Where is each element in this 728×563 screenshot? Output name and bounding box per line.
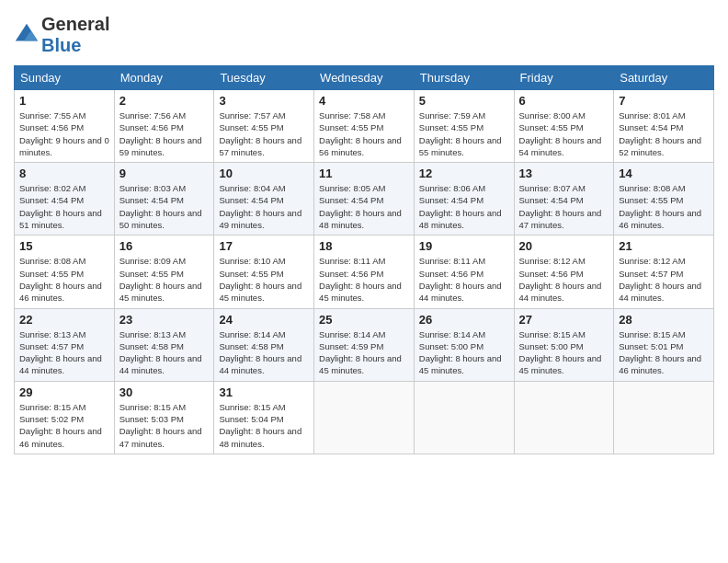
- calendar-week-row: 22Sunrise: 8:13 AMSunset: 4:57 PMDayligh…: [15, 308, 714, 381]
- day-of-week-header: Monday: [114, 66, 214, 90]
- calendar-day-cell: [514, 381, 614, 454]
- day-info: Sunrise: 8:15 AMSunset: 5:03 PMDaylight:…: [119, 401, 210, 450]
- day-number: 5: [419, 94, 509, 108]
- day-info: Sunrise: 8:14 AMSunset: 4:59 PMDaylight:…: [319, 328, 409, 377]
- calendar-week-row: 8Sunrise: 8:02 AMSunset: 4:54 PMDaylight…: [15, 163, 714, 236]
- day-number: 20: [519, 239, 609, 253]
- day-info: Sunrise: 8:11 AMSunset: 4:56 PMDaylight:…: [319, 255, 409, 304]
- calendar-day-cell: 10Sunrise: 8:04 AMSunset: 4:54 PMDayligh…: [214, 163, 314, 236]
- day-info: Sunrise: 8:15 AMSunset: 5:01 PMDaylight:…: [619, 328, 709, 377]
- calendar-day-cell: 12Sunrise: 8:06 AMSunset: 4:54 PMDayligh…: [414, 163, 514, 236]
- day-number: 31: [219, 385, 309, 399]
- day-info: Sunrise: 8:01 AMSunset: 4:54 PMDaylight:…: [619, 109, 709, 158]
- calendar-day-cell: 22Sunrise: 8:13 AMSunset: 4:57 PMDayligh…: [15, 308, 115, 381]
- day-info: Sunrise: 8:10 AMSunset: 4:55 PMDaylight:…: [219, 255, 309, 304]
- day-info: Sunrise: 8:13 AMSunset: 4:57 PMDaylight:…: [19, 328, 109, 377]
- day-info: Sunrise: 8:12 AMSunset: 4:57 PMDaylight:…: [619, 255, 709, 304]
- day-number: 29: [19, 385, 109, 399]
- day-number: 21: [619, 239, 709, 253]
- day-info: Sunrise: 8:14 AMSunset: 5:00 PMDaylight:…: [419, 328, 509, 377]
- day-number: 8: [19, 167, 109, 180]
- day-info: Sunrise: 8:03 AMSunset: 4:54 PMDaylight:…: [119, 182, 210, 231]
- calendar-day-cell: 1Sunrise: 7:55 AMSunset: 4:56 PMDaylight…: [15, 90, 115, 163]
- day-info: Sunrise: 8:14 AMSunset: 4:58 PMDaylight:…: [219, 328, 309, 377]
- calendar-day-cell: 14Sunrise: 8:08 AMSunset: 4:55 PMDayligh…: [614, 163, 714, 236]
- day-info: Sunrise: 7:58 AMSunset: 4:55 PMDaylight:…: [319, 109, 409, 158]
- day-number: 22: [19, 313, 109, 327]
- day-info: Sunrise: 8:12 AMSunset: 4:56 PMDaylight:…: [519, 255, 609, 304]
- day-info: Sunrise: 8:05 AMSunset: 4:54 PMDaylight:…: [319, 182, 409, 231]
- day-of-week-header: Thursday: [414, 66, 514, 90]
- calendar-day-cell: 24Sunrise: 8:14 AMSunset: 4:58 PMDayligh…: [214, 308, 314, 381]
- day-number: 25: [319, 313, 409, 327]
- day-number: 27: [519, 313, 609, 327]
- calendar-day-cell: 25Sunrise: 8:14 AMSunset: 4:59 PMDayligh…: [314, 308, 415, 381]
- calendar-day-cell: 5Sunrise: 7:59 AMSunset: 4:55 PMDaylight…: [414, 90, 514, 163]
- day-number: 7: [619, 94, 709, 108]
- day-of-week-header: Saturday: [614, 66, 714, 90]
- day-info: Sunrise: 7:57 AMSunset: 4:55 PMDaylight:…: [219, 109, 309, 158]
- logo: General Blue: [14, 14, 109, 56]
- logo-text: General Blue: [41, 14, 109, 56]
- calendar-week-row: 15Sunrise: 8:08 AMSunset: 4:55 PMDayligh…: [15, 236, 714, 308]
- calendar-day-cell: 31Sunrise: 8:15 AMSunset: 5:04 PMDayligh…: [214, 381, 314, 454]
- day-number: 11: [319, 167, 409, 180]
- day-info: Sunrise: 8:00 AMSunset: 4:55 PMDaylight:…: [519, 109, 609, 158]
- day-info: Sunrise: 8:15 AMSunset: 5:02 PMDaylight:…: [19, 401, 109, 450]
- day-number: 28: [619, 313, 709, 327]
- calendar-day-cell: 23Sunrise: 8:13 AMSunset: 4:58 PMDayligh…: [114, 308, 214, 381]
- day-info: Sunrise: 7:56 AMSunset: 4:56 PMDaylight:…: [119, 109, 210, 158]
- day-number: 15: [19, 239, 109, 253]
- calendar-day-cell: 21Sunrise: 8:12 AMSunset: 4:57 PMDayligh…: [614, 236, 714, 308]
- day-number: 30: [119, 385, 210, 399]
- calendar: SundayMondayTuesdayWednesdayThursdayFrid…: [14, 65, 714, 454]
- calendar-day-cell: 4Sunrise: 7:58 AMSunset: 4:55 PMDaylight…: [314, 90, 415, 163]
- day-info: Sunrise: 8:15 AMSunset: 5:00 PMDaylight:…: [519, 328, 609, 377]
- calendar-day-cell: [314, 381, 415, 454]
- calendar-day-cell: 30Sunrise: 8:15 AMSunset: 5:03 PMDayligh…: [114, 381, 214, 454]
- day-of-week-header: Friday: [514, 66, 614, 90]
- day-info: Sunrise: 8:09 AMSunset: 4:55 PMDaylight:…: [119, 255, 210, 304]
- day-of-week-header: Tuesday: [214, 66, 314, 90]
- day-number: 26: [419, 313, 509, 327]
- day-number: 14: [619, 167, 709, 180]
- day-number: 23: [119, 313, 210, 327]
- day-info: Sunrise: 8:02 AMSunset: 4:54 PMDaylight:…: [19, 182, 109, 231]
- calendar-day-cell: [414, 381, 514, 454]
- day-info: Sunrise: 8:08 AMSunset: 4:55 PMDaylight:…: [619, 182, 709, 231]
- day-number: 4: [319, 94, 409, 108]
- day-number: 9: [119, 167, 210, 180]
- day-info: Sunrise: 8:06 AMSunset: 4:54 PMDaylight:…: [419, 182, 509, 231]
- calendar-day-cell: 19Sunrise: 8:11 AMSunset: 4:56 PMDayligh…: [414, 236, 514, 308]
- day-number: 10: [219, 167, 309, 180]
- calendar-day-cell: 7Sunrise: 8:01 AMSunset: 4:54 PMDaylight…: [614, 90, 714, 163]
- page: General Blue SundayMondayTuesdayWednesda…: [0, 0, 728, 563]
- header: General Blue: [14, 14, 714, 56]
- day-number: 3: [219, 94, 309, 108]
- calendar-day-cell: 11Sunrise: 8:05 AMSunset: 4:54 PMDayligh…: [314, 163, 415, 236]
- day-number: 2: [119, 94, 210, 108]
- calendar-day-cell: 17Sunrise: 8:10 AMSunset: 4:55 PMDayligh…: [214, 236, 314, 308]
- day-number: 1: [19, 94, 109, 108]
- day-number: 24: [219, 313, 309, 327]
- calendar-day-cell: 8Sunrise: 8:02 AMSunset: 4:54 PMDaylight…: [15, 163, 115, 236]
- calendar-day-cell: 18Sunrise: 8:11 AMSunset: 4:56 PMDayligh…: [314, 236, 415, 308]
- day-number: 12: [419, 167, 509, 180]
- day-info: Sunrise: 8:04 AMSunset: 4:54 PMDaylight:…: [219, 182, 309, 231]
- day-number: 6: [519, 94, 609, 108]
- day-number: 13: [519, 167, 609, 180]
- day-info: Sunrise: 8:07 AMSunset: 4:54 PMDaylight:…: [519, 182, 609, 231]
- day-number: 18: [319, 239, 409, 253]
- calendar-week-row: 1Sunrise: 7:55 AMSunset: 4:56 PMDaylight…: [15, 90, 714, 163]
- day-number: 16: [119, 239, 210, 253]
- calendar-day-cell: 27Sunrise: 8:15 AMSunset: 5:00 PMDayligh…: [514, 308, 614, 381]
- calendar-day-cell: 29Sunrise: 8:15 AMSunset: 5:02 PMDayligh…: [15, 381, 115, 454]
- day-number: 17: [219, 239, 309, 253]
- day-info: Sunrise: 7:55 AMSunset: 4:56 PMDaylight:…: [19, 109, 109, 158]
- day-of-week-header: Sunday: [15, 66, 115, 90]
- calendar-day-cell: 9Sunrise: 8:03 AMSunset: 4:54 PMDaylight…: [114, 163, 214, 236]
- calendar-day-cell: 15Sunrise: 8:08 AMSunset: 4:55 PMDayligh…: [15, 236, 115, 308]
- calendar-week-row: 29Sunrise: 8:15 AMSunset: 5:02 PMDayligh…: [15, 381, 714, 454]
- day-info: Sunrise: 8:08 AMSunset: 4:55 PMDaylight:…: [19, 255, 109, 304]
- calendar-day-cell: 16Sunrise: 8:09 AMSunset: 4:55 PMDayligh…: [114, 236, 214, 308]
